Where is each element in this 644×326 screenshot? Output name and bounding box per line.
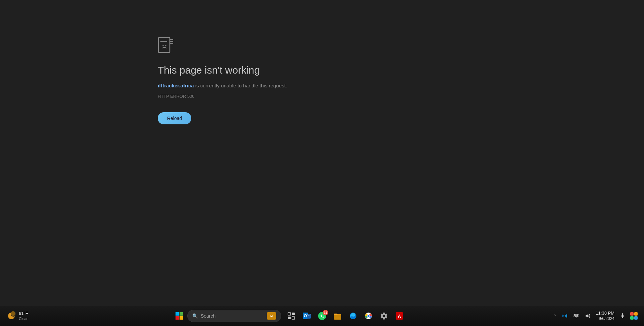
whatsapp-badge: 32 — [323, 310, 328, 315]
svg-text:A: A — [398, 314, 401, 319]
vscode-tray-icon[interactable] — [560, 311, 569, 321]
volume-icon[interactable] — [583, 311, 592, 321]
svg-rect-0 — [158, 38, 170, 52]
search-icon: 🔍 — [192, 313, 198, 319]
search-bar[interactable]: 🔍 Search M — [187, 310, 281, 322]
desktop-app-button[interactable] — [284, 309, 299, 323]
edge-browser-button[interactable] — [346, 309, 360, 323]
weather-condition: Clear — [19, 317, 28, 321]
weather-widget[interactable]: 61°F Clear — [3, 309, 32, 323]
svg-rect-37 — [634, 316, 638, 320]
svg-rect-36 — [630, 316, 634, 320]
error-code: HTTP ERROR 500 — [158, 94, 195, 99]
svg-rect-19 — [292, 317, 295, 319]
svg-rect-18 — [288, 317, 291, 319]
error-title: This page isn't working — [158, 65, 260, 76]
search-input-label: Search — [201, 313, 264, 319]
file-explorer-button[interactable] — [330, 309, 345, 323]
svg-rect-34 — [630, 312, 634, 316]
svg-rect-17 — [292, 313, 295, 315]
start-button[interactable] — [172, 309, 186, 323]
svg-text:M: M — [270, 315, 273, 318]
error-domain: ifftracker.africa — [158, 83, 194, 88]
outlook-app-button[interactable]: O — [299, 309, 314, 323]
user-avatar-icon[interactable] — [629, 311, 639, 321]
svg-rect-12 — [176, 316, 179, 320]
error-description: ifftracker.africa is currently unable to… — [158, 82, 287, 90]
svg-rect-10 — [176, 312, 179, 316]
svg-text:O: O — [304, 314, 307, 318]
svg-rect-11 — [180, 312, 183, 316]
wifi-icon[interactable] — [572, 311, 581, 321]
svg-rect-13 — [180, 316, 183, 320]
svg-rect-35 — [634, 312, 638, 316]
svg-point-9 — [11, 311, 15, 316]
svg-point-3 — [165, 45, 166, 46]
weather-icon — [6, 311, 17, 321]
taskbar-apps: O 32 — [284, 309, 407, 323]
tray-overflow-button[interactable]: ⌃ — [552, 312, 558, 320]
chrome-browser-button[interactable] — [361, 309, 376, 323]
notification-bell-icon[interactable] — [618, 311, 627, 321]
svg-point-29 — [367, 315, 369, 317]
svg-point-2 — [162, 45, 164, 46]
taskbar: 61°F Clear 🔍 Search M — [0, 306, 644, 326]
weather-text: 61°F Clear — [19, 311, 28, 321]
system-clock[interactable]: 11:38 PM 9/6/2024 — [594, 310, 616, 322]
error-container: This page isn't working ifftracker.afric… — [158, 37, 287, 124]
svg-rect-16 — [288, 313, 291, 315]
error-description-suffix: is currently unable to handle this reque… — [194, 83, 287, 88]
taskbar-center: 🔍 Search M — [32, 309, 549, 323]
svg-rect-32 — [622, 317, 623, 318]
weather-temperature: 61°F — [19, 311, 28, 317]
whatsapp-app-button[interactable]: 32 — [315, 309, 330, 323]
clock-time: 11:38 PM — [596, 311, 614, 316]
clock-date: 9/6/2024 — [599, 316, 614, 321]
reload-button[interactable]: Reload — [158, 112, 191, 124]
acrobat-app-button[interactable]: A — [392, 309, 407, 323]
browser-content: This page isn't working ifftracker.afric… — [0, 0, 644, 306]
error-page-icon — [158, 37, 174, 54]
system-tray: ⌃ — [549, 310, 641, 322]
svg-rect-26 — [334, 314, 341, 320]
search-badge: M — [267, 312, 276, 320]
svg-point-33 — [622, 313, 623, 314]
settings-app-button[interactable] — [377, 309, 391, 323]
